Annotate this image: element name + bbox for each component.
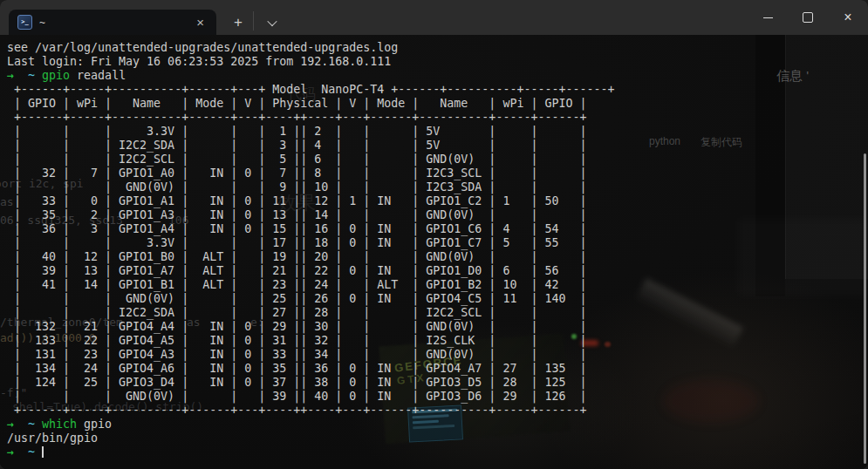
close-button[interactable]: × — [828, 0, 868, 35]
terminal-screen[interactable]: see /var/log/unattended-upgrades/unatten… — [7, 41, 614, 459]
tab-home[interactable]: >_ ~ × — [9, 10, 216, 35]
titlebar-separator — [253, 11, 254, 31]
window-controls: × — [748, 0, 868, 35]
maximize-icon — [803, 12, 813, 23]
maximize-button[interactable] — [788, 0, 828, 35]
terminal-cursor — [42, 446, 44, 458]
chevron-down-icon — [267, 17, 277, 26]
bleed-text: 复制代码 — [701, 135, 742, 150]
close-icon: × — [844, 10, 851, 24]
minimize-icon — [763, 17, 773, 18]
terminal-content: mport i2c, spias06, ssd1325, ssd13106/th… — [0, 35, 868, 469]
bleed-text: 信息 ' — [776, 68, 809, 85]
title-bar: >_ ~ × + × — [0, 0, 868, 35]
scrollbar-thumb[interactable] — [864, 153, 866, 464]
terminal-window: >_ ~ × + × mport i2c, spias06, ssd1325, … — [0, 0, 868, 469]
new-tab-button[interactable]: + — [227, 11, 249, 34]
tab-dropdown-button[interactable] — [262, 12, 283, 33]
tab-title: ~ — [39, 17, 191, 29]
powershell-terminal-icon: >_ — [17, 15, 32, 30]
bleed-text: python — [649, 135, 680, 147]
tab-close-icon[interactable]: × — [191, 14, 209, 31]
minimize-button[interactable] — [748, 0, 788, 35]
